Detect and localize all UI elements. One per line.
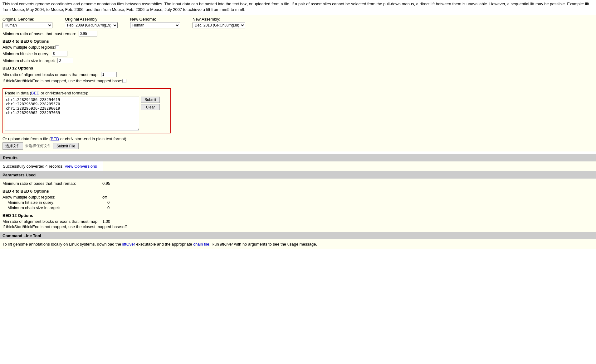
params-title: Parameters Used bbox=[2, 173, 36, 177]
param-min-ratio-label: Minimum ratio of bases that must remap: bbox=[2, 181, 102, 186]
results-title-bar: Results bbox=[0, 154, 596, 161]
min-hit-input[interactable] bbox=[52, 51, 67, 56]
cmd-paragraph: To lift genome annotations locally on Li… bbox=[2, 242, 594, 247]
cmd-body: To lift genome annotations locally on Li… bbox=[0, 239, 596, 249]
bed12-header: BED 12 Options bbox=[2, 66, 594, 70]
new-assembly-group: New Assembly: Dec. 2013 (GRCh38/hg38) Fe… bbox=[193, 17, 245, 28]
bed12-ratio-row: Min ratio of alignment blocks or exons t… bbox=[2, 72, 594, 77]
submit-file-button[interactable]: Submit File bbox=[53, 143, 79, 149]
param-thick-row: If thickStart/thickEnd is not mapped, us… bbox=[2, 224, 594, 229]
paste-box-container: Paste in data (BED or chrN:start-end for… bbox=[2, 88, 171, 133]
param-thick-label: If thickStart/thickEnd is not mapped, us… bbox=[2, 224, 122, 229]
upload-bed-link[interactable]: BED bbox=[51, 136, 59, 141]
bed4to6-block: BED 4 to BED 6 Options Allow multiple ou… bbox=[2, 39, 594, 63]
liftover-link[interactable]: liftOver bbox=[122, 242, 135, 247]
cmd-text2: executable and the appropriate bbox=[135, 242, 193, 247]
upload-label-text2: or chrN:start-end in plain text format): bbox=[59, 136, 127, 141]
paste-buttons: Submit Clear bbox=[141, 97, 160, 110]
param-min-chain-row: Minimum chain size in target: 0 bbox=[7, 205, 594, 210]
cmd-section: Command Line Tool To lift genome annotat… bbox=[0, 232, 596, 249]
bed4to6-header: BED 4 to BED 6 Options bbox=[2, 39, 594, 44]
cmd-title: Command Line Tool bbox=[2, 233, 41, 238]
param-min-chain-label: Minimum chain size in target: bbox=[7, 205, 107, 210]
param-min-chain-value: 0 bbox=[107, 205, 110, 210]
params-section: Parameters Used Minimum ratio of bases t… bbox=[0, 171, 596, 232]
min-ratio-row: Minimum ratio of bases that must remap: bbox=[2, 31, 594, 36]
paste-label-text2: or chrN:start-end formats): bbox=[40, 91, 88, 95]
param-min-ratio-row: Minimum ratio of bases that must remap: … bbox=[2, 181, 594, 186]
results-message-text: Successfully converted 4 records: bbox=[3, 164, 65, 169]
original-assembly-select[interactable]: Feb. 2009 (GRCh37/hg19) Mar. 2006 (NCBI3… bbox=[65, 22, 118, 28]
results-title: Results bbox=[3, 156, 17, 160]
original-genome-label: Original Genome: bbox=[2, 17, 52, 22]
min-ratio-label: Minimum ratio of bases that must remap: bbox=[2, 31, 76, 36]
param-min-ratio-blocks-row: Min ratio of alignment blocks or exons t… bbox=[2, 219, 594, 224]
new-assembly-select[interactable]: Dec. 2013 (GRCh38/hg38) Feb. 2009 (GRCh3… bbox=[193, 22, 245, 28]
min-chain-label: Minimum chain size in target: bbox=[2, 58, 55, 63]
min-ratio-input[interactable] bbox=[79, 31, 97, 36]
cmd-title-bar: Command Line Tool bbox=[0, 232, 596, 239]
params-title-bar: Parameters Used bbox=[0, 171, 596, 179]
bed12-ratio-label: Min ratio of alignment blocks or exons t… bbox=[2, 72, 99, 77]
thick-checkbox[interactable] bbox=[122, 79, 126, 83]
param-allow-multiple-row: Allow multiple output regions: off bbox=[2, 195, 594, 199]
upload-row: Or upload data from a file (BED or chrN:… bbox=[2, 136, 594, 141]
results-right bbox=[103, 161, 596, 171]
results-left: Successfully converted 4 records: View C… bbox=[0, 161, 103, 171]
choose-file-button[interactable]: 选择文件 bbox=[2, 142, 23, 150]
new-genome-group: New Genome: Human Mouse Rat Dog bbox=[130, 17, 180, 28]
new-genome-label: New Genome: bbox=[130, 17, 180, 22]
form-section: Original Genome: Human Mouse Rat Dog Ori… bbox=[0, 15, 596, 151]
param-min-ratio-blocks-label: Min ratio of alignment blocks or exons t… bbox=[2, 219, 102, 224]
no-file-label: 未选择任何文件 bbox=[25, 143, 51, 149]
param-thick-value: off bbox=[122, 224, 127, 229]
original-assembly-group: Original Assembly: Feb. 2009 (GRCh37/hg1… bbox=[65, 17, 118, 28]
bed12-block: BED 12 Options Min ratio of alignment bl… bbox=[2, 66, 594, 83]
intro-text: This tool converts genome coordinates an… bbox=[0, 0, 596, 15]
results-section: Results Successfully converted 4 records… bbox=[0, 154, 596, 171]
allow-multiple-label: Allow multiple output regions: bbox=[2, 45, 55, 50]
param-min-ratio-value: 0.95 bbox=[102, 181, 110, 186]
min-chain-row: Minimum chain size in target: bbox=[2, 58, 594, 63]
page-wrapper: This tool converts genome coordinates an… bbox=[0, 0, 596, 364]
paste-inner: chr1:228294386-228294619 chr1:228295389-… bbox=[5, 97, 169, 131]
allow-multiple-row: Allow multiple output regions: bbox=[2, 45, 594, 50]
min-hit-row: Minimum hit size in query: bbox=[2, 51, 594, 56]
submit-button[interactable]: Submit bbox=[141, 97, 160, 103]
param-min-hit-row: Minimum hit size in query: 0 bbox=[7, 200, 594, 205]
view-conversions-link[interactable]: View Conversions bbox=[65, 164, 97, 169]
chain-file-link[interactable]: chain file bbox=[193, 242, 209, 247]
param-min-ratio-blocks-value: 1.00 bbox=[102, 219, 110, 224]
results-message: Successfully converted 4 records: View C… bbox=[3, 164, 100, 169]
min-chain-input[interactable] bbox=[57, 58, 73, 63]
clear-button[interactable]: Clear bbox=[141, 104, 160, 110]
cmd-text1: To lift genome annotations locally on Li… bbox=[2, 242, 122, 247]
original-assembly-label: Original Assembly: bbox=[65, 17, 118, 22]
paste-bed-link[interactable]: BED bbox=[31, 91, 40, 95]
bed12-ratio-input[interactable] bbox=[101, 72, 117, 77]
paste-textarea[interactable]: chr1:228294386-228294619 chr1:228295389-… bbox=[5, 97, 139, 131]
thick-label: If thickStart/thickEnd is not mapped, us… bbox=[2, 79, 122, 83]
min-hit-label: Minimum hit size in query: bbox=[2, 51, 49, 56]
file-row: 选择文件 未选择任何文件 Submit File bbox=[2, 142, 594, 150]
cmd-italic: liftOver bbox=[220, 242, 233, 247]
intro-paragraph: This tool converts genome coordinates an… bbox=[2, 2, 589, 12]
paste-box-label: Paste in data (BED or chrN:start-end for… bbox=[5, 91, 169, 95]
upload-label-text1: Or upload data from a file ( bbox=[2, 136, 51, 141]
original-genome-select[interactable]: Human Mouse Rat Dog bbox=[2, 22, 52, 28]
genome-selectors-row: Original Genome: Human Mouse Rat Dog Ori… bbox=[2, 17, 594, 28]
thick-row: If thickStart/thickEnd is not mapped, us… bbox=[2, 79, 594, 83]
param-bed4to6-header: BED 4 to BED 6 Options bbox=[2, 189, 594, 194]
new-genome-select[interactable]: Human Mouse Rat Dog bbox=[130, 22, 180, 28]
cmd-text3: . Run bbox=[209, 242, 220, 247]
param-allow-multiple-value: off bbox=[102, 195, 107, 199]
original-genome-group: Original Genome: Human Mouse Rat Dog bbox=[2, 17, 52, 28]
params-body: Minimum ratio of bases that must remap: … bbox=[0, 179, 596, 232]
param-bed12-header: BED 12 Options bbox=[2, 213, 594, 218]
paste-label-text1: Paste in data ( bbox=[5, 91, 31, 95]
cmd-text4: with no arguments to see the usage messa… bbox=[233, 242, 317, 247]
allow-multiple-checkbox[interactable] bbox=[55, 45, 59, 49]
results-body: Successfully converted 4 records: View C… bbox=[0, 161, 596, 171]
param-min-hit-label: Minimum hit size in query: bbox=[7, 200, 107, 205]
new-assembly-label: New Assembly: bbox=[193, 17, 245, 22]
